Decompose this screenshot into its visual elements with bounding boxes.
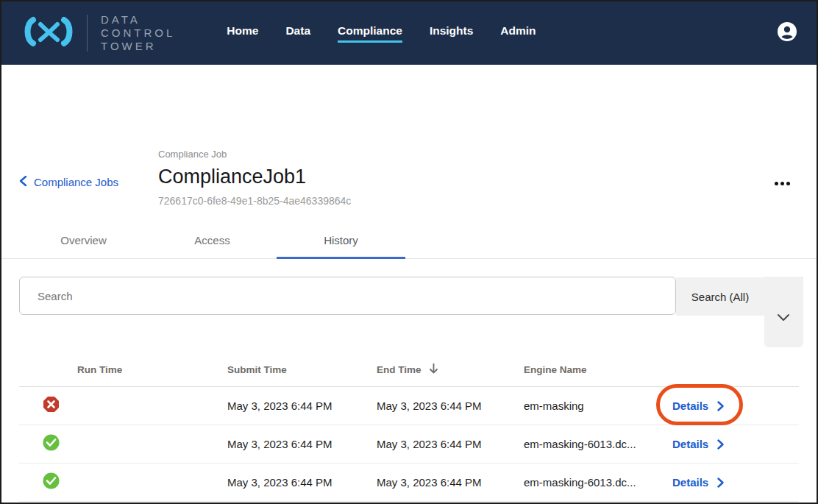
chevron-right-icon [717,478,724,488]
table-row: May 3, 2023 6:44 PM May 3, 2023 6:44 PM … [19,425,799,464]
tab-access[interactable]: Access [148,225,277,259]
column-header-end-time-label: End Time [377,364,422,375]
engine-name-cell: em-masking [524,400,656,412]
tab-history[interactable]: History [277,225,405,259]
history-table: Run Time Submit Time End Time Engine Nam… [19,353,799,504]
details-label: Details [672,438,708,450]
user-avatar-icon[interactable] [777,21,797,45]
submit-time-cell: May 3, 2023 6:44 PM [227,438,377,450]
brand-line: DATA [101,13,175,26]
brand-divider [87,15,88,52]
status-success-icon [43,434,60,454]
table-header-row: Run Time Submit Time End Time Engine Nam… [19,353,799,387]
run-status-cell [19,434,77,454]
nav-item-compliance[interactable]: Compliance [338,24,402,43]
brand-line: TOWER [101,40,175,53]
more-options-button[interactable] [772,179,793,188]
top-navbar: DATA CONTROL TOWER Home Data Compliance … [1,1,817,65]
column-header-engine-name[interactable]: Engine Name [524,364,656,375]
status-success-icon [43,472,60,492]
ellipsis-icon [775,182,778,185]
page-title: ComplianceJob1 [158,166,351,188]
main-nav: Home Data Compliance Insights Admin [227,24,536,43]
details-link[interactable]: Details [672,438,724,450]
search-scope-label: Search (All) [691,291,749,303]
column-header-run-time[interactable]: Run Time [77,364,227,375]
breadcrumb-back-link[interactable]: Compliance Jobs [19,175,118,189]
nav-item-data[interactable]: Data [285,24,310,43]
tab-bar: Overview Access History [1,225,817,259]
details-label: Details [672,400,708,412]
entity-uuid: 726617c0-6fe8-49e1-8b25-4ae46339864c [158,195,351,207]
chevron-right-icon [717,401,724,411]
details-link[interactable]: Details [672,400,724,412]
end-time-cell: May 3, 2023 6:44 PM [377,400,524,412]
search-input[interactable] [19,277,676,315]
page-header: Compliance Jobs Compliance Job Complianc… [1,65,817,162]
sort-desc-icon [429,363,438,377]
submit-time-cell: May 3, 2023 6:44 PM [227,400,377,412]
delphix-logo-icon[interactable] [21,13,77,54]
search-scope-dropdown-button[interactable] [764,277,803,347]
table-row: May 3, 2023 6:44 PM May 3, 2023 6:44 PM … [19,387,799,425]
column-header-submit-time[interactable]: Submit Time [227,364,377,375]
chevron-down-icon [777,313,790,322]
search-scope-selector[interactable]: Search (All) [676,277,764,316]
column-header-end-time[interactable]: End Time [377,363,524,377]
chevron-left-icon [19,175,27,189]
engine-name-cell: em-masking-6013.dc... [524,476,656,489]
status-error-icon [43,396,60,416]
ellipsis-icon [780,182,784,185]
search-section: Search (All) [1,277,817,353]
tab-overview[interactable]: Overview [19,225,148,259]
ellipsis-icon [786,182,790,185]
nav-item-insights[interactable]: Insights [430,24,473,43]
brand-wordmark: DATA CONTROL TOWER [101,13,175,53]
details-label: Details [672,476,708,489]
table-row: May 3, 2023 6:44 PM May 3, 2023 6:44 PM … [19,464,799,502]
run-status-cell [19,396,77,416]
end-time-cell: May 3, 2023 6:44 PM [377,438,524,450]
nav-item-home[interactable]: Home [227,24,258,43]
chevron-right-icon [717,439,724,450]
breadcrumb-label: Compliance Jobs [34,176,118,188]
entity-type-label: Compliance Job [158,149,351,160]
details-link[interactable]: Details [672,476,724,489]
submit-time-cell: May 3, 2023 6:44 PM [227,476,377,489]
run-status-cell [19,472,77,492]
brand-line: CONTROL [101,26,175,40]
end-time-cell: May 3, 2023 6:44 PM [377,476,524,489]
nav-item-admin[interactable]: Admin [500,24,536,43]
engine-name-cell: em-masking-6013.dc... [524,438,656,450]
title-block: Compliance Job ComplianceJob1 726617c0-6… [158,149,351,207]
